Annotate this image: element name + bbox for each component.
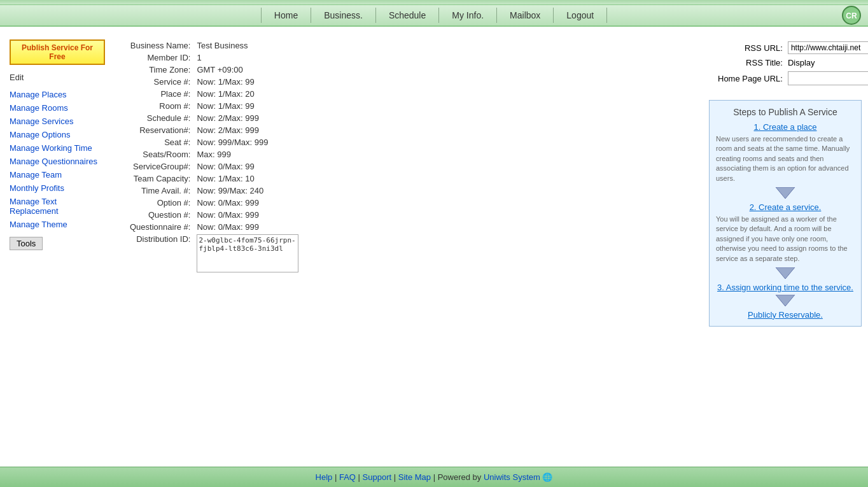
business-info-row: Time Avail. #:Now: 99/Max: 240	[127, 185, 301, 197]
field-value: Test Business	[194, 39, 301, 52]
field-label: Schedule #:	[127, 112, 194, 124]
sidebar-item-monthly-profits[interactable]: Monthly Profits	[10, 182, 105, 194]
sidebar: Publish Service For Free Edit Manage Pla…	[0, 33, 115, 327]
steps-panel: Steps to Publish A Service 1. Create a p…	[709, 100, 862, 327]
sidebar-item-manage-questionnaires[interactable]: Manage Questionnaires	[10, 155, 105, 167]
sidebar-item-manage-working-time[interactable]: Manage Working Time	[10, 142, 105, 154]
business-info-row: Seat #:Now: 999/Max: 999	[127, 136, 301, 148]
nav-logout[interactable]: Logout	[554, 8, 607, 23]
nav-home[interactable]: Home	[261, 8, 311, 23]
top-bar	[0, 0, 868, 5]
field-label: Time Zone:	[127, 64, 194, 76]
sidebar-item-manage-text-replacement[interactable]: Manage Text Replacement	[10, 195, 105, 217]
business-info-row: Questionnaire #:Now: 0/Max: 999	[127, 221, 301, 233]
field-label: Member ID:	[127, 52, 194, 64]
nav-business[interactable]: Business.	[311, 8, 376, 23]
field-label: Seats/Room:	[127, 148, 194, 160]
arrow2-icon	[716, 267, 855, 280]
rss-title-label: RSS Title:	[715, 56, 785, 69]
business-info-table: Business Name:Test BusinessMember ID:1Ti…	[127, 39, 301, 274]
home-page-input[interactable]	[788, 71, 868, 85]
field-label: Seat #:	[127, 136, 194, 148]
field-value: Now: 99/Max: 240	[194, 185, 301, 197]
field-value: 1	[194, 52, 301, 64]
business-info-row: Schedule #:Now: 2/Max: 999	[127, 112, 301, 124]
sidebar-item-manage-theme[interactable]: Manage Theme	[10, 218, 105, 230]
business-info-row: Option #:Now: 0/Max: 999	[127, 197, 301, 209]
field-label: Reservation#:	[127, 124, 194, 136]
home-page-label: Home Page URL:	[715, 69, 785, 87]
step2-link[interactable]: 2. Create a service.	[716, 202, 855, 212]
logo-icon: CR	[841, 5, 862, 25]
business-info-row: Distribution ID:2-w0glbc-4fom75-66jrpn-f…	[127, 233, 301, 274]
business-info-row: Place #:Now: 1/Max: 20	[127, 88, 301, 100]
right-panels: RSS URL: RSS Title: Display Home Page UR…	[709, 33, 868, 327]
rss-title-value: Display	[788, 58, 815, 67]
business-info-row: Room #:Now: 1/Max: 99	[127, 100, 301, 112]
field-label: Distribution ID:	[127, 233, 194, 274]
field-label: Business Name:	[127, 39, 194, 52]
field-value: Now: 0/Max: 99	[194, 160, 301, 173]
field-value: Now: 0/Max: 999	[194, 197, 301, 209]
field-value: Now: 0/Max: 999	[194, 221, 301, 233]
rss-panel: RSS URL: RSS Title: Display Home Page UR…	[709, 33, 862, 94]
rss-table: RSS URL: RSS Title: Display Home Page UR…	[715, 39, 868, 87]
business-panel: Business Name:Test BusinessMember ID:1Ti…	[115, 33, 709, 327]
step2-desc: You will be assigned as a worker of the …	[716, 215, 855, 264]
field-label: Questionnaire #:	[127, 221, 194, 233]
sidebar-links: Manage Places Manage Rooms Manage Servic…	[10, 88, 105, 230]
publish-button[interactable]: Publish Service For Free	[10, 39, 105, 65]
nav-myinfo[interactable]: My Info.	[439, 8, 497, 23]
field-label: Option #:	[127, 197, 194, 209]
field-value: Now: 2/Max: 999	[194, 124, 301, 136]
business-info-row: Team Capacity:Now: 1/Max: 10	[127, 173, 301, 185]
step3-link[interactable]: 3. Assign working time to the service.	[716, 283, 855, 292]
business-info-row: Member ID:1	[127, 52, 301, 64]
step-final-link[interactable]: Publicly Reservable.	[716, 310, 855, 320]
arrow1-icon	[716, 187, 855, 200]
field-label: Place #:	[127, 88, 194, 100]
arrow3-icon	[716, 295, 855, 307]
field-value: Now: 1/Max: 20	[194, 88, 301, 100]
field-value: Now: 1/Max: 99	[194, 76, 301, 88]
svg-marker-4	[776, 295, 795, 306]
edit-link[interactable]: Edit	[10, 73, 105, 82]
business-info-row: Question #:Now: 0/Max: 999	[127, 209, 301, 221]
field-label: Question #:	[127, 209, 194, 221]
business-info-row: Time Zone:GMT +09:00	[127, 64, 301, 76]
nav-bar: Home Business. Schedule My Info. Mailbox…	[0, 5, 868, 27]
field-value: Now: 999/Max: 999	[194, 136, 301, 148]
sidebar-item-manage-options[interactable]: Manage Options	[10, 129, 105, 141]
sidebar-item-manage-services[interactable]: Manage Services	[10, 115, 105, 127]
main-nav: Home Business. Schedule My Info. Mailbox…	[0, 8, 868, 23]
business-info-row: Business Name:Test Business	[127, 39, 301, 52]
sidebar-item-manage-rooms[interactable]: Manage Rooms	[10, 102, 105, 114]
sidebar-item-manage-places[interactable]: Manage Places	[10, 88, 105, 101]
field-label: Team Capacity:	[127, 173, 194, 185]
business-info-row: ServiceGroup#:Now: 0/Max: 99	[127, 160, 301, 173]
field-value: 2-w0glbc-4fom75-66jrpn-fjblp4-lt83c6-3ni…	[194, 233, 301, 274]
nav-schedule[interactable]: Schedule	[376, 8, 439, 23]
svg-text:CR: CR	[846, 11, 857, 20]
step1-link[interactable]: 1. Create a place	[716, 122, 855, 132]
field-value: Now: 2/Max: 999	[194, 112, 301, 124]
field-label: ServiceGroup#:	[127, 160, 194, 173]
field-label: Time Avail. #:	[127, 185, 194, 197]
step1-desc: New users are recommended to create a ro…	[716, 134, 855, 183]
main-content: Publish Service For Free Edit Manage Pla…	[0, 27, 868, 333]
nav-mailbox[interactable]: Mailbox	[497, 8, 554, 23]
business-info-row: Service #:Now: 1/Max: 99	[127, 76, 301, 88]
rss-url-input[interactable]	[788, 41, 868, 54]
rss-url-label: RSS URL:	[715, 39, 785, 56]
steps-title: Steps to Publish A Service	[716, 107, 855, 117]
svg-marker-2	[776, 187, 795, 199]
tools-button[interactable]: Tools	[10, 237, 43, 250]
sidebar-item-manage-team[interactable]: Manage Team	[10, 169, 105, 181]
field-value: GMT +09:00	[194, 64, 301, 76]
field-value: Now: 1/Max: 99	[194, 100, 301, 112]
field-label: Service #:	[127, 76, 194, 88]
field-label: Room #:	[127, 100, 194, 112]
distribution-id-scroll[interactable]: 2-w0glbc-4fom75-66jrpn-fjblp4-lt83c6-3ni…	[197, 234, 298, 272]
field-value: Now: 1/Max: 10	[194, 173, 301, 185]
business-info-row: Reservation#:Now: 2/Max: 999	[127, 124, 301, 136]
